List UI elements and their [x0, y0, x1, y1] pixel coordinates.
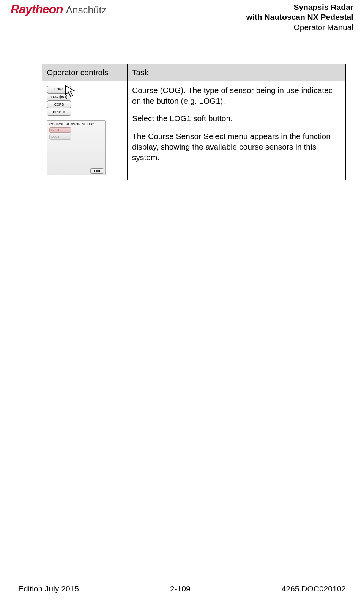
ccrs-button[interactable]: CCRS	[47, 101, 71, 108]
col-header-controls: Operator controls	[42, 64, 128, 81]
logo-raytheon-text: Raytheon	[11, 2, 63, 16]
footer-divider	[18, 581, 346, 581]
doc-title: Synapsis Radar with Nautoscan NX Pedesta…	[246, 2, 353, 32]
task-paragraph-2: Select the LOG1 soft button.	[132, 113, 341, 124]
doc-title-line3: Operator Manual	[246, 22, 353, 32]
page-content: Operator controls Task LOG1 LOG1(W1) CCR…	[0, 37, 364, 180]
col-header-task: Task	[128, 64, 346, 81]
gps1d-button[interactable]: GPS1 D	[47, 109, 71, 116]
panel-option-gps1[interactable]: GPS1	[49, 127, 71, 133]
footer-doc-number: 4265.DOC020102	[282, 584, 346, 593]
footer-page-number: 2-109	[170, 584, 191, 593]
footer-edition: Edition July 2015	[18, 584, 79, 593]
panel-title: COURSE SENSOR SELECT	[49, 122, 103, 126]
page-header: Raytheon Anschütz Synapsis Radar with Na…	[0, 0, 364, 37]
doc-title-line1: Synapsis Radar	[246, 2, 353, 12]
cursor-icon	[64, 84, 79, 99]
procedure-table: Operator controls Task LOG1 LOG1(W1) CCR…	[42, 64, 346, 180]
course-sensor-select-panel: COURSE SENSOR SELECT GPS1 LOG1 EXIT	[47, 120, 106, 175]
ui-screenshot: LOG1 LOG1(W1) CCRS GPS1 D COURSE SENSOR …	[47, 85, 123, 176]
page-footer: Edition July 2015 2-109 4265.DOC020102	[0, 581, 364, 593]
sensor-button-column: LOG1 LOG1(W1) CCRS GPS1 D	[47, 86, 71, 116]
task-paragraph-3: The Course Sensor Select menu appears in…	[132, 131, 341, 163]
panel-option-log1[interactable]: LOG1	[49, 134, 71, 140]
doc-title-line2: with Nautoscan NX Pedestal	[246, 12, 353, 22]
cell-task: Course (COG). The type of sensor being i…	[128, 81, 346, 180]
cell-operator-controls: LOG1 LOG1(W1) CCRS GPS1 D COURSE SENSOR …	[42, 81, 128, 180]
brand-logo: Raytheon Anschütz	[11, 2, 107, 16]
svg-marker-0	[66, 86, 74, 97]
panel-exit-button[interactable]: EXIT	[90, 168, 104, 174]
logo-anschutz-text: Anschütz	[66, 4, 107, 16]
task-paragraph-1: Course (COG). The type of sensor being i…	[132, 85, 341, 107]
